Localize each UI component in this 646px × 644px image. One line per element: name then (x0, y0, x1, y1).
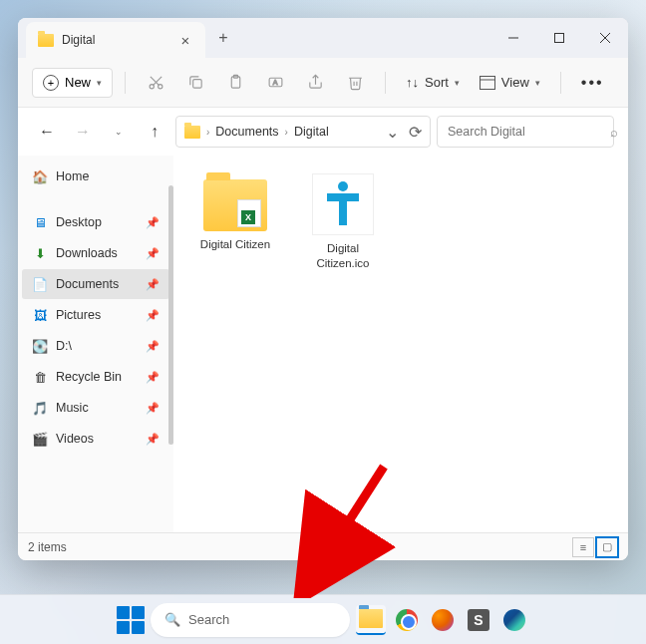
maximize-button[interactable] (536, 18, 582, 58)
new-button[interactable]: + New ▾ (32, 68, 113, 98)
more-button[interactable]: ••• (573, 74, 612, 92)
paste-button[interactable] (217, 65, 253, 101)
svg-rect-14 (480, 76, 494, 89)
search-input[interactable] (448, 125, 604, 139)
music-icon: 🎵 (32, 400, 48, 416)
drive-icon: 💽 (32, 338, 48, 354)
close-tab-icon[interactable]: × (177, 32, 193, 48)
sidebar-item-label: Desktop (56, 215, 102, 229)
taskbar-edge[interactable] (499, 605, 529, 635)
file-explorer-window: Digital × + + New ▾ A ↑↓ Sort ▾ View ▾ (18, 18, 628, 560)
up-button[interactable]: ↑ (140, 117, 169, 147)
breadcrumb-documents[interactable]: Documents (215, 125, 278, 139)
file-item-folder[interactable]: Digital Citizen (191, 173, 279, 252)
recent-dropdown[interactable]: ⌄ (104, 117, 134, 147)
pictures-icon: 🖼 (32, 307, 48, 323)
icons-view-button[interactable]: ▢ (596, 537, 618, 557)
chevron-down-icon: ▾ (535, 78, 540, 88)
rename-button[interactable]: A (257, 65, 293, 101)
taskbar-app-s[interactable]: S (464, 605, 493, 635)
folder-icon (203, 179, 267, 231)
new-label: New (65, 75, 91, 90)
sidebar-item-videos[interactable]: 🎬 Videos 📌 (22, 424, 169, 454)
sidebar-item-label: Documents (56, 277, 119, 291)
tab-title: Digital (62, 33, 169, 47)
view-icon (480, 76, 495, 90)
pin-icon: 📌 (146, 309, 160, 322)
firefox-icon (432, 609, 454, 631)
sidebar-item-label: Downloads (56, 246, 118, 260)
delete-button[interactable] (337, 65, 373, 101)
chevron-right-icon: › (285, 127, 288, 138)
details-view-button[interactable]: ≡ (572, 537, 594, 557)
sidebar-item-pictures[interactable]: 🖼 Pictures 📌 (22, 300, 169, 330)
scrollbar[interactable] (168, 185, 173, 445)
ico-file-icon (312, 173, 374, 235)
sidebar-item-downloads[interactable]: ⬇ Downloads 📌 (22, 238, 169, 268)
sort-button[interactable]: ↑↓ Sort ▾ (398, 69, 468, 96)
address-bar[interactable]: › Documents › Digital ⌄ ⟳ (175, 116, 431, 148)
sidebar-item-desktop[interactable]: 🖥 Desktop 📌 (22, 207, 169, 237)
sort-icon: ↑↓ (406, 75, 419, 90)
sidebar-item-label: Videos (56, 432, 94, 446)
sidebar-item-music[interactable]: 🎵 Music 📌 (22, 393, 169, 423)
taskbar-file-explorer[interactable] (356, 605, 386, 635)
refresh-button[interactable]: ⟳ (409, 123, 422, 142)
close-window-button[interactable] (582, 18, 628, 58)
taskbar-firefox[interactable] (428, 605, 458, 635)
taskbar-search[interactable]: 🔍 Search (151, 603, 350, 637)
pin-icon: 📌 (146, 371, 160, 384)
search-icon: 🔍 (164, 612, 180, 627)
sidebar-item-documents[interactable]: 📄 Documents 📌 (22, 269, 169, 299)
view-button[interactable]: View ▾ (472, 69, 548, 96)
sidebar-item-recycle-bin[interactable]: 🗑 Recycle Bin 📌 (22, 362, 169, 392)
back-button[interactable]: ← (32, 117, 62, 147)
plus-icon: + (43, 75, 59, 91)
pin-icon: 📌 (146, 216, 160, 229)
search-box[interactable]: ⌕ (437, 116, 614, 148)
sidebar-item-label: Recycle Bin (56, 370, 122, 384)
pin-icon: 📌 (146, 433, 160, 446)
file-label: Digital Citizen (200, 237, 270, 252)
sidebar-item-label: Pictures (56, 308, 101, 322)
start-button[interactable] (117, 606, 145, 634)
pin-icon: 📌 (146, 247, 160, 260)
svg-rect-8 (192, 80, 201, 89)
folder-icon (184, 126, 200, 139)
videos-icon: 🎬 (32, 431, 48, 447)
navbar: ← → ⌄ ↑ › Documents › Digital ⌄ ⟳ ⌕ (18, 108, 628, 156)
new-tab-button[interactable]: + (205, 18, 241, 58)
search-icon: ⌕ (610, 125, 618, 140)
desktop-icon: 🖥 (32, 214, 48, 230)
address-dropdown-icon[interactable]: ⌄ (386, 123, 399, 142)
copy-button[interactable] (177, 65, 213, 101)
tab-digital[interactable]: Digital × (26, 22, 205, 58)
pin-icon: 📌 (146, 278, 160, 291)
downloads-icon: ⬇ (32, 245, 48, 261)
taskbar-chrome[interactable] (392, 605, 422, 635)
file-item-ico[interactable]: Digital Citizen.ico (299, 173, 387, 271)
titlebar: Digital × + (18, 18, 628, 58)
file-label: Digital Citizen.ico (299, 241, 387, 271)
minimize-button[interactable] (490, 18, 536, 58)
view-label: View (501, 75, 529, 90)
sidebar-item-drive-d[interactable]: 💽 D:\ 📌 (22, 331, 169, 361)
edge-icon (503, 609, 525, 631)
breadcrumb-digital[interactable]: Digital (294, 125, 329, 139)
recycle-bin-icon: 🗑 (32, 369, 48, 385)
toolbar: + New ▾ A ↑↓ Sort ▾ View ▾ ••• (18, 58, 628, 108)
sidebar-item-label: D:\ (56, 339, 72, 353)
folder-icon (38, 34, 54, 47)
chevron-down-icon: ▾ (455, 78, 460, 88)
cut-button[interactable] (138, 65, 173, 101)
chevron-down-icon: ▾ (97, 78, 102, 88)
sidebar-item-home[interactable]: 🏠 Home (22, 161, 169, 191)
pin-icon: 📌 (146, 402, 160, 415)
documents-icon: 📄 (32, 276, 48, 292)
file-explorer-icon (359, 609, 383, 628)
s-icon: S (468, 609, 489, 631)
forward-button[interactable]: → (68, 117, 98, 147)
share-button[interactable] (297, 65, 333, 101)
file-list: Digital Citizen Digital Citizen.ico (173, 156, 628, 532)
sidebar-item-label: Home (56, 169, 89, 183)
